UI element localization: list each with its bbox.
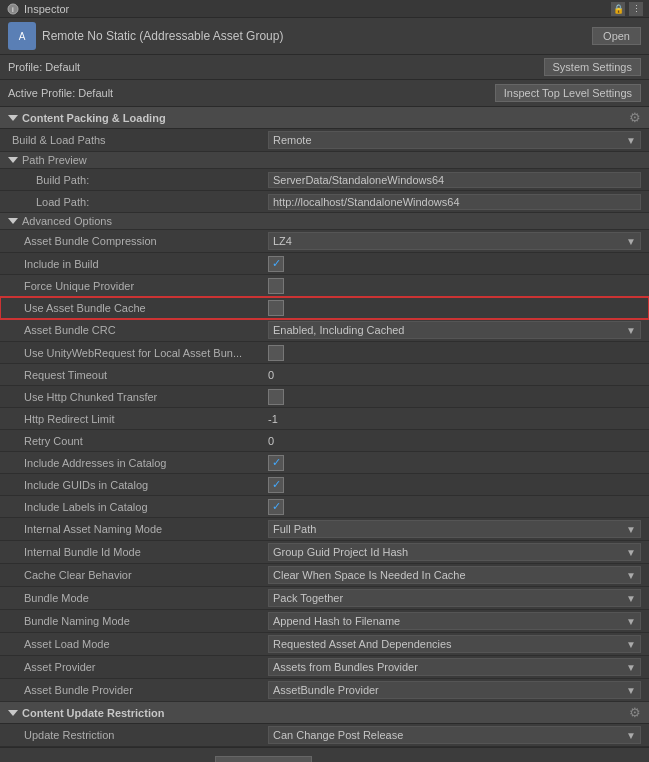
title-bar-controls: 🔒 ⋮ <box>611 2 643 16</box>
build-path-row: Build Path: ServerData/StandaloneWindows… <box>0 169 649 191</box>
request-timeout-row: Request Timeout 0 <box>0 364 649 386</box>
path-preview-title: Path Preview <box>8 154 87 166</box>
include-guids-checkbox[interactable] <box>268 477 284 493</box>
dropdown-arrow-5: ▼ <box>626 547 636 558</box>
title-bar-label: Inspector <box>24 3 611 15</box>
asset-load-mode-value: Requested Asset And Dependencies <box>273 638 452 650</box>
include-in-build-label: Include in Build <box>8 258 268 270</box>
add-schema-button[interactable]: Add Schema <box>215 756 312 762</box>
build-load-paths-dropdown[interactable]: Remote ▼ <box>268 131 641 149</box>
build-path-label: Build Path: <box>8 174 268 186</box>
advanced-collapse-icon <box>8 218 18 224</box>
svg-text:A: A <box>19 31 26 42</box>
asset-bundle-crc-row: Asset Bundle CRC Enabled, Including Cach… <box>0 319 649 342</box>
include-labels-row: Include Labels in Catalog <box>0 496 649 518</box>
use-unity-web-request-label: Use UnityWebRequest for Local Asset Bun.… <box>8 347 268 359</box>
section-title-text: Content Packing & Loading <box>22 112 166 124</box>
asset-provider-dropdown[interactable]: Assets from Bundles Provider ▼ <box>268 658 641 676</box>
http-redirect-limit-label: Http Redirect Limit <box>8 413 268 425</box>
bundle-naming-mode-label: Bundle Naming Mode <box>8 615 268 627</box>
use-http-chunked-transfer-checkbox[interactable] <box>268 389 284 405</box>
inspector-icon: i <box>6 2 20 16</box>
section-title: Content Packing & Loading <box>8 112 166 124</box>
asset-provider-value: Assets from Bundles Provider <box>273 661 418 673</box>
title-bar: i Inspector 🔒 ⋮ <box>0 0 649 18</box>
path-preview-label: Path Preview <box>22 154 87 166</box>
asset-provider-row: Asset Provider Assets from Bundles Provi… <box>0 656 649 679</box>
internal-bundle-id-dropdown[interactable]: Group Guid Project Id Hash ▼ <box>268 543 641 561</box>
use-asset-bundle-cache-checkbox[interactable] <box>268 300 284 316</box>
dropdown-arrow-3: ▼ <box>626 325 636 336</box>
include-addresses-checkbox[interactable] <box>268 455 284 471</box>
dropdown-arrow-12: ▼ <box>626 730 636 741</box>
bundle-mode-dropdown[interactable]: Pack Together ▼ <box>268 589 641 607</box>
load-path-value: http://localhost/StandaloneWindows64 <box>268 194 641 210</box>
active-profile-label: Active Profile: Default <box>8 87 113 99</box>
asset-icon: A <box>8 22 36 50</box>
advanced-options-label: Advanced Options <box>22 215 112 227</box>
dropdown-arrow-9: ▼ <box>626 639 636 650</box>
asset-bundle-compression-value: LZ4 <box>273 235 292 247</box>
bundle-mode-value: Pack Together <box>273 592 343 604</box>
force-unique-provider-checkbox[interactable] <box>268 278 284 294</box>
bundle-mode-row: Bundle Mode Pack Together ▼ <box>0 587 649 610</box>
asset-provider-label: Asset Provider <box>8 661 268 673</box>
collapse-icon <box>8 115 18 121</box>
use-asset-bundle-cache-label: Use Asset Bundle Cache <box>8 302 268 314</box>
include-in-build-checkbox[interactable] <box>268 256 284 272</box>
asset-bundle-crc-dropdown[interactable]: Enabled, Including Cached ▼ <box>268 321 641 339</box>
advanced-options-header[interactable]: Advanced Options <box>0 213 649 230</box>
lock-button[interactable]: 🔒 <box>611 2 625 16</box>
asset-load-mode-dropdown[interactable]: Requested Asset And Dependencies ▼ <box>268 635 641 653</box>
request-timeout-value: 0 <box>268 369 641 381</box>
asset-load-mode-row: Asset Load Mode Requested Asset And Depe… <box>0 633 649 656</box>
gear-icon-2[interactable]: ⚙ <box>629 705 641 720</box>
include-labels-checkbox[interactable] <box>268 499 284 515</box>
request-timeout-label: Request Timeout <box>8 369 268 381</box>
asset-bundle-provider-dropdown[interactable]: AssetBundle Provider ▼ <box>268 681 641 699</box>
dropdown-arrow-2: ▼ <box>626 236 636 247</box>
content-update-section-title: Content Update Restriction <box>8 707 164 719</box>
inspect-top-level-button[interactable]: Inspect Top Level Settings <box>495 84 641 102</box>
footer: Add Schema CSDN @KindSuper_liu <box>0 747 649 762</box>
content-update-section-header[interactable]: Content Update Restriction ⚙ <box>0 702 649 724</box>
asset-bundle-provider-row: Asset Bundle Provider AssetBundle Provid… <box>0 679 649 702</box>
asset-bundle-compression-dropdown[interactable]: LZ4 ▼ <box>268 232 641 250</box>
advanced-options-title: Advanced Options <box>8 215 112 227</box>
use-http-chunked-transfer-label: Use Http Chunked Transfer <box>8 391 268 403</box>
internal-bundle-id-row: Internal Bundle Id Mode Group Guid Proje… <box>0 541 649 564</box>
cache-clear-behavior-label: Cache Clear Behavior <box>8 569 268 581</box>
cache-clear-behavior-row: Cache Clear Behavior Clear When Space Is… <box>0 564 649 587</box>
content-packing-section-header[interactable]: Content Packing & Loading ⚙ <box>0 107 649 129</box>
gear-icon[interactable]: ⚙ <box>629 110 641 125</box>
profile-label: Profile: Default <box>8 61 80 73</box>
dropdown-arrow-11: ▼ <box>626 685 636 696</box>
bundle-naming-mode-dropdown[interactable]: Append Hash to Filename ▼ <box>268 612 641 630</box>
update-restriction-dropdown[interactable]: Can Change Post Release ▼ <box>268 726 641 744</box>
asset-load-mode-label: Asset Load Mode <box>8 638 268 650</box>
menu-button[interactable]: ⋮ <box>629 2 643 16</box>
use-unity-web-request-row: Use UnityWebRequest for Local Asset Bun.… <box>0 342 649 364</box>
retry-count-value: 0 <box>268 435 641 447</box>
include-labels-label: Include Labels in Catalog <box>8 501 268 513</box>
system-settings-button[interactable]: System Settings <box>544 58 641 76</box>
update-restriction-value: Can Change Post Release <box>273 729 403 741</box>
use-asset-bundle-cache-row: Use Asset Bundle Cache <box>0 297 649 319</box>
asset-bundle-crc-label: Asset Bundle CRC <box>8 324 268 336</box>
path-preview-header[interactable]: Path Preview <box>0 152 649 169</box>
include-guids-label: Include GUIDs in Catalog <box>8 479 268 491</box>
internal-asset-naming-dropdown[interactable]: Full Path ▼ <box>268 520 641 538</box>
dropdown-arrow-6: ▼ <box>626 570 636 581</box>
open-button[interactable]: Open <box>592 27 641 45</box>
retry-count-label: Retry Count <box>8 435 268 447</box>
retry-count-row: Retry Count 0 <box>0 430 649 452</box>
use-unity-web-request-checkbox[interactable] <box>268 345 284 361</box>
dropdown-arrow-4: ▼ <box>626 524 636 535</box>
cache-clear-behavior-dropdown[interactable]: Clear When Space Is Needed In Cache ▼ <box>268 566 641 584</box>
dropdown-arrow: ▼ <box>626 135 636 146</box>
asset-bundle-crc-value: Enabled, Including Cached <box>273 324 404 336</box>
asset-header: A Remote No Static (Addressable Asset Gr… <box>0 18 649 55</box>
main-content: Content Packing & Loading ⚙ Build & Load… <box>0 107 649 747</box>
internal-asset-naming-label: Internal Asset Naming Mode <box>8 523 268 535</box>
dropdown-arrow-8: ▼ <box>626 616 636 627</box>
